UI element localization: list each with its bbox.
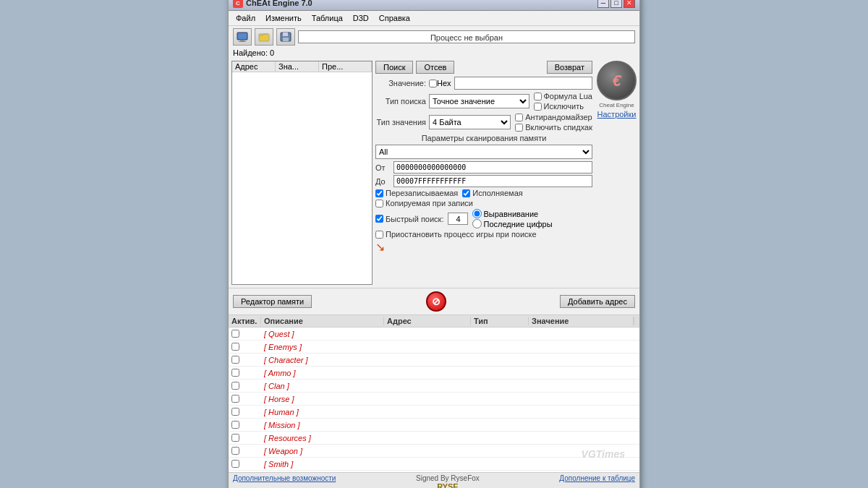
row-checkbox[interactable] [229, 330, 261, 338]
add-address-button[interactable]: Добавить адрес [560, 295, 635, 308]
suspend-check[interactable]: Приостановить процесс игры при поиске [375, 230, 537, 239]
minimize-button[interactable]: ─ [597, 0, 609, 8]
fast-search-check[interactable]: Быстрый поиск: [375, 215, 443, 223]
from-input[interactable] [393, 161, 592, 174]
col-header-addr: Адрес [384, 317, 471, 325]
actions-row: Редактор памяти ⊘ Добавить адрес [229, 288, 639, 314]
row-description: [ Ammo ] [261, 369, 384, 377]
save-file-button[interactable] [276, 28, 295, 46]
table-rows[interactable]: [ Quest ][ Enemys ][ Character ][ Ammo ]… [229, 328, 639, 472]
bottom-table: Актив. Описание Адрес Тип Значение [ Que… [229, 314, 639, 472]
to-input[interactable] [393, 175, 592, 187]
open-file-button[interactable] [255, 28, 273, 46]
row-checkbox[interactable] [229, 460, 261, 468]
to-label: До [375, 177, 393, 186]
fast-search-input[interactable] [448, 213, 468, 225]
hex-checkbox[interactable] [429, 80, 437, 87]
table-row[interactable]: [ Quest ] [229, 328, 639, 341]
table-row[interactable]: [ Resources ] [229, 432, 639, 445]
title-bar-left: C ChEAt Engine 7.0 [233, 0, 312, 8]
value-type-select[interactable]: 4 Байта [429, 115, 511, 129]
row-checkbox[interactable] [229, 408, 261, 416]
filter-button[interactable]: Отсев [416, 61, 454, 74]
menu-table[interactable]: Таблица [307, 12, 347, 24]
status-left[interactable]: Дополнительные возможности [233, 474, 336, 488]
row-description: [ Resources ] [261, 434, 384, 442]
mem-scan-title: Параметры сканирования памяти [375, 134, 592, 142]
table-row[interactable]: [ Character ] [229, 354, 639, 367]
return-button[interactable]: Возврат [547, 61, 592, 74]
last-digits-radio[interactable]: Последние цифры [472, 219, 552, 228]
row-description: [ Horse ] [261, 395, 384, 403]
table-row[interactable]: [ Ammo ] [229, 367, 639, 380]
row-checkbox[interactable] [229, 382, 261, 390]
cow-check[interactable]: Копируемая при записи [375, 199, 473, 207]
scan-type-row: Тип поиска Точное значение Формула Lua И… [375, 92, 592, 111]
menubar: Файл Изменить Таблица D3D Справка [229, 11, 639, 26]
value-row: Значение: Hex [375, 77, 592, 90]
col-header-activ: Актив. [229, 317, 261, 325]
executable-check[interactable]: Исполняемая [462, 189, 522, 197]
row-checkbox[interactable] [229, 447, 261, 455]
found-count: Найдено: 0 [229, 48, 639, 58]
memory-editor-button[interactable]: Редактор памяти [233, 295, 312, 308]
row-checkbox[interactable] [229, 434, 261, 442]
stop-button[interactable]: ⊘ [426, 291, 446, 312]
mem-range-select[interactable]: All [375, 145, 592, 159]
table-row[interactable]: [ Clan ] [229, 380, 639, 393]
mem-flags-row: Перезаписываемая Исполняемая [375, 189, 592, 197]
settings-link[interactable]: Настройки [597, 110, 637, 119]
alignment-radio-group: Выравнивание Последние цифры [472, 209, 552, 228]
table-row[interactable]: [ Horse ] [229, 393, 639, 406]
logo-area: € Cheat Engine Настройки [597, 61, 637, 119]
row-description: [ Weapon ] [261, 447, 384, 455]
align-radio[interactable]: Выравнивание [472, 209, 552, 218]
app-icon: C [233, 0, 243, 8]
menu-file[interactable]: Файл [231, 12, 260, 24]
menu-help[interactable]: Справка [375, 12, 414, 24]
maximize-button[interactable]: □ [610, 0, 622, 8]
row-checkbox[interactable] [229, 395, 261, 403]
from-label: От [375, 163, 393, 172]
col-header-val: Значение [529, 317, 634, 325]
row-checkbox[interactable] [229, 421, 261, 429]
speedhack-check[interactable]: Включить спидхак [515, 123, 592, 132]
row-checkbox[interactable] [229, 369, 261, 377]
address-list[interactable]: Адрес Зна... Пре... [231, 61, 373, 285]
row-description: [ Mission ] [261, 421, 384, 429]
from-row: От [375, 161, 592, 174]
copy-on-write-row: Копируемая при записи [375, 199, 592, 207]
col-val[interactable]: Зна... [276, 61, 319, 72]
lua-formula-check[interactable]: Формула Lua [534, 92, 593, 100]
scan-type-select[interactable]: Точное значение [429, 94, 529, 108]
table-row[interactable]: [ Mission ] [229, 419, 639, 432]
menu-edit[interactable]: Изменить [261, 12, 306, 24]
table-row[interactable]: [ Smith ] [229, 458, 639, 471]
anti-random-check[interactable]: Антирандомайзер [515, 113, 592, 121]
table-row[interactable]: [ Weapon ] [229, 445, 639, 458]
table-header: Актив. Описание Адрес Тип Значение [229, 315, 639, 328]
menu-d3d[interactable]: D3D [349, 12, 373, 24]
table-row[interactable]: [ Human ] [229, 406, 639, 419]
col-prev[interactable]: Пре... [319, 61, 372, 72]
search-controls: Поиск Отсев Возврат Значение: Hex Тип по… [375, 61, 592, 239]
table-row[interactable]: [ Enemys ] [229, 341, 639, 354]
status-right[interactable]: Дополнение к таблице [559, 474, 635, 488]
value-input[interactable] [454, 77, 592, 90]
col-addr[interactable]: Адрес [232, 61, 276, 72]
row-description: [ Human ] [261, 408, 384, 416]
title-bar: C ChEAt Engine 7.0 ─ □ ✕ [229, 0, 639, 11]
window-title: ChEAt Engine 7.0 [246, 0, 312, 7]
writable-check[interactable]: Перезаписываемая [375, 189, 458, 197]
main-content: Адрес Зна... Пре... Поиск Отсев Возврат [229, 58, 639, 288]
exclude-check[interactable]: Исключить [534, 102, 593, 111]
search-button[interactable]: Поиск [375, 61, 413, 74]
close-button[interactable]: ✕ [624, 0, 635, 8]
fast-search-row: Быстрый поиск: Выравнивание Последние ци… [375, 209, 592, 228]
logo-label: Cheat Engine [599, 102, 634, 108]
select-process-button[interactable] [233, 28, 252, 46]
arrow-area: ↘ [375, 239, 637, 255]
row-checkbox[interactable] [229, 356, 261, 364]
row-description: [ Quest ] [261, 330, 384, 338]
row-checkbox[interactable] [229, 343, 261, 351]
